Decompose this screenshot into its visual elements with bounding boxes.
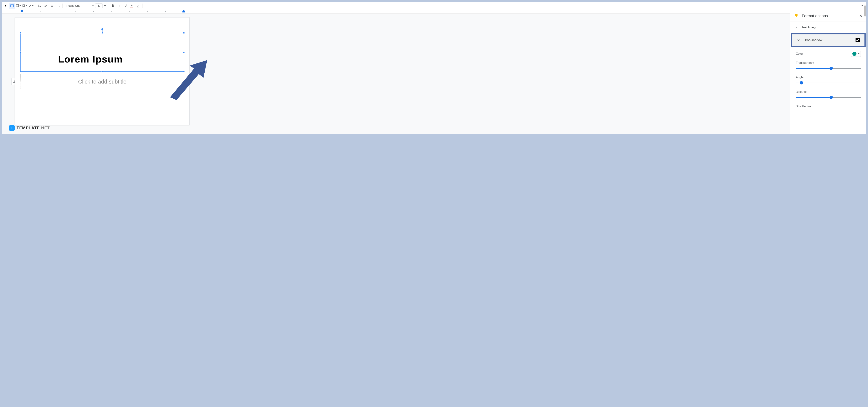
app-window: T Russo One −	[1, 1, 867, 134]
slider-thumb[interactable]	[800, 81, 803, 85]
highlight-color-button[interactable]	[135, 3, 141, 9]
panel-title: Format options	[802, 13, 856, 18]
annotation-arrow	[165, 60, 210, 101]
check-icon	[856, 39, 859, 41]
line-tool[interactable]	[28, 3, 34, 9]
main-area: 123456789 Lorem Ipsum Lorem Ips	[2, 10, 866, 134]
separator	[89, 3, 89, 8]
angle-control: Angle	[790, 71, 866, 85]
text-fitting-header[interactable]: Text fitting	[790, 22, 866, 33]
text-fitting-section: Text fitting	[790, 22, 866, 33]
ruler-mark: 5	[93, 10, 94, 13]
color-label: Color	[796, 52, 803, 56]
angle-label: Angle	[796, 76, 861, 79]
resize-handle-bm[interactable]	[101, 71, 103, 72]
svg-rect-4	[23, 5, 25, 6]
distance-label: Distance	[796, 90, 861, 94]
drop-shadow-header[interactable]: Drop shadow	[792, 34, 865, 46]
svg-point-6	[40, 6, 41, 7]
resize-handle-tm[interactable]	[101, 32, 103, 34]
separator	[35, 3, 35, 8]
ruler-mark: 7	[129, 10, 130, 13]
italic-button[interactable]: I	[116, 3, 122, 9]
bold-button[interactable]: B	[110, 3, 116, 9]
slide-canvas[interactable]: Lorem Ipsum Lorem Ipsum Click to add sub…	[15, 17, 189, 125]
select-tool[interactable]	[3, 3, 9, 9]
drop-shadow-checkbox[interactable]	[856, 38, 860, 42]
distance-control: Distance	[790, 85, 866, 100]
ruler-mark: 1	[22, 10, 23, 13]
shadow-color-row: Color	[790, 48, 866, 59]
color-underline	[130, 7, 133, 7]
indent-marker-right[interactable]	[182, 10, 185, 12]
title-text[interactable]: Lorem Ipsum	[58, 54, 123, 65]
slider-thumb[interactable]	[830, 96, 833, 99]
drop-shadow-highlight: Drop shadow	[791, 33, 866, 47]
format-options-panel: Format options Text fitting Drop shadow	[790, 10, 866, 134]
ruler-mark: 3	[58, 10, 59, 13]
ruler-mark: 4	[75, 10, 76, 13]
svg-line-5	[29, 5, 31, 7]
section-label: Text fitting	[801, 26, 862, 29]
svg-rect-13	[137, 7, 139, 7]
dropdown-caret-icon	[20, 5, 21, 6]
resize-handle-ml[interactable]	[20, 52, 21, 53]
ruler-mark: 6	[111, 10, 112, 13]
transparency-slider[interactable]	[796, 66, 861, 70]
resize-handle-mr[interactable]	[183, 52, 185, 53]
textbox-tool[interactable]: T	[9, 3, 15, 9]
subtitle-placeholder: Click to add subtitle	[78, 79, 126, 85]
fill-color-tool[interactable]	[36, 3, 42, 9]
more-tools-button[interactable]: ⋯	[144, 3, 150, 9]
font-size-group: − +	[90, 3, 107, 8]
watermark: T TEMPLATE.NET	[9, 125, 50, 131]
svg-rect-18	[796, 16, 797, 17]
canvas-area[interactable]: 123456789 Lorem Ipsum Lorem Ips	[2, 10, 790, 134]
color-swatch-icon	[852, 52, 857, 56]
ruler-mark: 8	[147, 10, 148, 13]
ruler-mark: 9	[164, 10, 166, 13]
resize-handle-bl[interactable]	[20, 71, 21, 72]
scrollbar-thumb[interactable]	[864, 10, 866, 17]
chevron-down-icon	[797, 39, 800, 41]
format-options-icon	[794, 14, 799, 18]
subtitle-textbox[interactable]: Click to add subtitle	[21, 74, 184, 89]
underline-button[interactable]: U	[123, 3, 128, 9]
resize-handle-tl[interactable]	[20, 32, 21, 34]
font-family-select[interactable]: Russo One	[64, 3, 88, 9]
dropdown-caret-icon	[26, 5, 27, 6]
blur-radius-label: Blur Radius	[796, 105, 861, 108]
ruler-mark: 2	[40, 10, 41, 13]
text-color-button[interactable]: A	[129, 3, 135, 9]
border-weight-tool[interactable]	[49, 3, 55, 9]
rotate-handle[interactable]	[101, 28, 103, 30]
chevron-right-icon	[795, 26, 798, 29]
resize-handle-tr[interactable]	[183, 32, 185, 34]
watermark-text: TEMPLATE.NET	[17, 126, 50, 130]
increase-font-button[interactable]: +	[103, 3, 107, 8]
shadow-color-picker[interactable]	[851, 51, 861, 57]
toolbar: T Russo One −	[2, 2, 866, 10]
svg-text:T: T	[11, 5, 13, 7]
panel-header: Format options	[790, 10, 866, 22]
border-color-tool[interactable]	[43, 3, 49, 9]
border-dash-tool[interactable]	[55, 3, 61, 9]
distance-slider[interactable]	[796, 95, 861, 99]
watermark-icon: T	[9, 125, 15, 131]
blur-radius-control: Blur Radius	[790, 100, 866, 111]
image-tool[interactable]	[16, 3, 21, 9]
separator	[108, 3, 109, 8]
title-textbox[interactable]: Lorem Ipsum	[21, 33, 184, 72]
font-name: Russo One	[66, 4, 80, 7]
angle-slider[interactable]	[796, 81, 861, 85]
dropdown-caret-icon	[32, 5, 33, 6]
transparency-label: Transparency	[796, 61, 861, 65]
slider-thumb[interactable]	[830, 67, 833, 70]
font-size-input[interactable]	[95, 3, 103, 8]
horizontal-ruler[interactable]: 123456789	[2, 10, 790, 13]
decrease-font-button[interactable]: −	[90, 3, 95, 8]
transparency-control: Transparency	[790, 59, 866, 71]
separator	[62, 3, 63, 8]
shape-tool[interactable]	[22, 3, 28, 9]
close-panel-button[interactable]	[859, 14, 862, 17]
